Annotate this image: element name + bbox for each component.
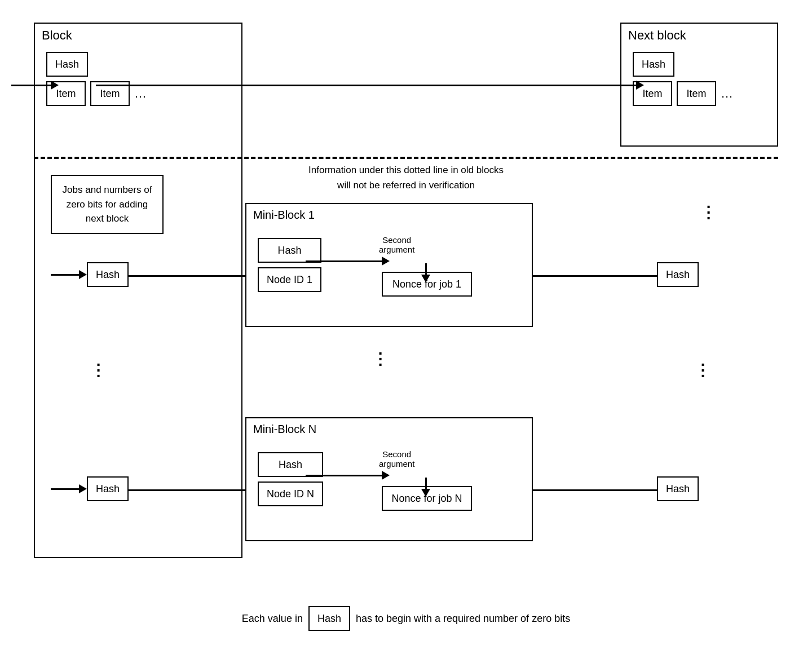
arrow-to-miniblock1 — [129, 271, 258, 280]
next-block-label: Next block — [621, 24, 777, 47]
mini-block-1-label: Mini-Block 1 — [246, 204, 532, 226]
mini-block-n-label: Mini-Block N — [246, 418, 532, 440]
minin-h-arrow — [306, 471, 390, 480]
arrow-block-to-nextblock — [96, 81, 644, 90]
arrow-to-miniblockn — [129, 485, 258, 494]
minin-v-arrow — [421, 478, 430, 497]
arrow-miniblock1-to-righthash — [533, 271, 665, 280]
next-block-ellipsis: … — [721, 86, 733, 101]
dots-middle: ⋮ — [372, 350, 388, 368]
left-hash-n-area: Hash — [51, 476, 129, 501]
footer-suffix: has to begin with a required number of z… — [356, 613, 570, 625]
block-label: Block — [35, 24, 241, 47]
mini1-h-arrow — [306, 257, 390, 266]
info-text: Information under this dotted line in ol… — [257, 162, 555, 193]
left-hash-box-1: Hash — [87, 262, 129, 287]
left-hash-1-area: Hash — [51, 262, 129, 287]
footer-hash-box: Hash — [308, 606, 350, 631]
left-hash-box-n: Hash — [87, 476, 129, 501]
minin-nodeid-box: Node ID N — [258, 481, 323, 506]
right-hash-n-area: Hash — [657, 476, 699, 501]
dots-right-top: ⋮ — [700, 203, 716, 222]
right-hash-box-n: Hash — [657, 476, 699, 501]
right-hash-1-area: Hash — [657, 262, 699, 287]
mini-block-n: Mini-Block N Hash Node ID N Nonce for jo… — [245, 417, 533, 541]
diagram-container: Block Hash Item Item … Next block Hash I… — [34, 11, 778, 620]
mini1-v-arrow — [421, 263, 430, 282]
dashed-line — [34, 157, 778, 159]
mini1-nodeid-box: Node ID 1 — [258, 267, 321, 292]
next-block-box: Next block Hash Item Item … — [620, 23, 778, 147]
mini1-second-arg: Second argument — [379, 235, 414, 254]
right-hash-box-1: Hash — [657, 262, 699, 287]
dots-right: ⋮ — [695, 361, 710, 379]
jobs-box: Jobs and numbers of zero bits for adding… — [51, 175, 164, 234]
mini-block-1: Mini-Block 1 Hash Node ID 1 Nonce for jo… — [245, 203, 533, 327]
block-hash-box: Hash — [46, 52, 88, 77]
footer: Each value in Hash has to begin with a r… — [0, 606, 812, 631]
dots-left: ⋮ — [90, 361, 106, 379]
minin-second-arg: Second argument — [379, 449, 414, 469]
footer-prefix: Each value in — [242, 613, 303, 625]
arrow-miniblockn-to-righthash — [533, 485, 665, 494]
next-block-item-box-2: Item — [677, 81, 716, 106]
next-block-hash-box: Hash — [633, 52, 674, 77]
arrow-into-block — [11, 81, 59, 90]
